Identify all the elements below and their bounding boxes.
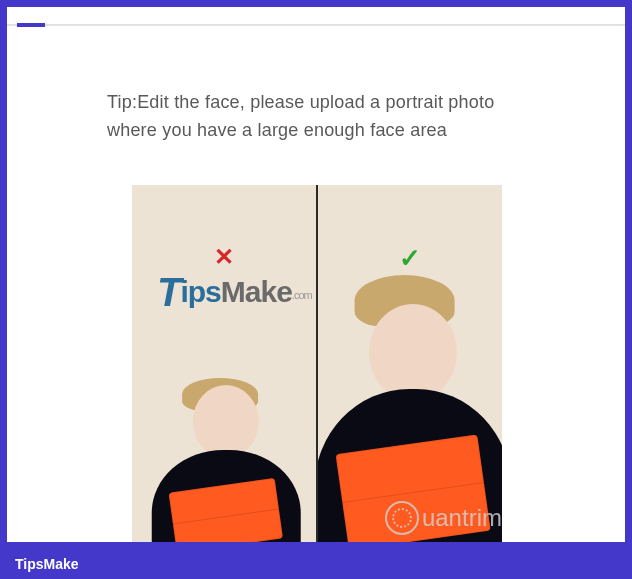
tipsmake-watermark: TipsMake.com <box>157 270 312 315</box>
bad-example-panel: ✕ <box>132 185 318 542</box>
illustration-wrap: ✕ ✓ <box>107 185 527 542</box>
example-illustration: ✕ ✓ <box>132 185 502 542</box>
progress-track <box>7 24 625 26</box>
progress-fill <box>17 23 45 27</box>
content-window: Tip:Edit the face, please upload a portr… <box>7 7 625 542</box>
quantrimang-logo-icon <box>385 501 419 535</box>
footer-brand: TipsMake <box>15 556 79 572</box>
cross-icon: ✕ <box>214 243 234 271</box>
progress-bar <box>7 23 625 27</box>
tip-text: Tip:Edit the face, please upload a portr… <box>107 89 527 145</box>
content-area: Tip:Edit the face, please upload a portr… <box>7 7 625 542</box>
quantrimang-watermark: uantrimang <box>385 501 502 535</box>
good-example-panel: ✓ <box>318 185 502 542</box>
person-small-figure <box>147 375 305 542</box>
footer-bar: TipsMake <box>7 549 625 579</box>
